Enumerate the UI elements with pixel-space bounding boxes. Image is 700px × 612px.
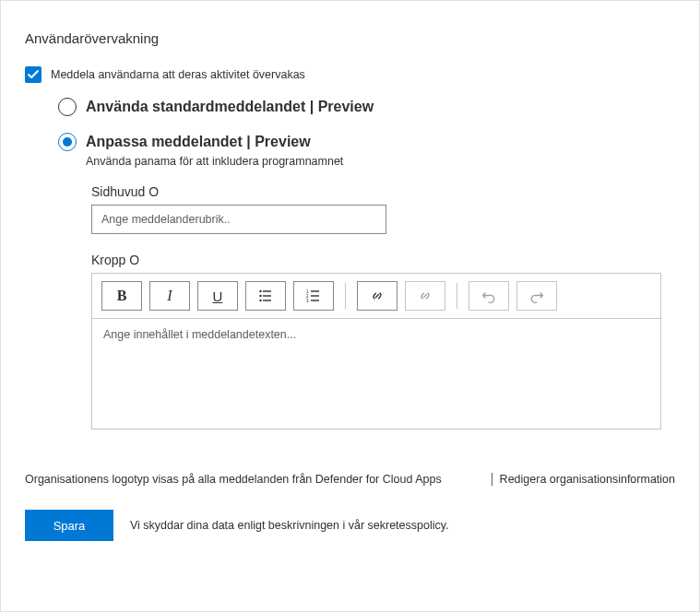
radio-standard-label: Använda standardmeddelandet | Preview (86, 99, 374, 115)
header-field-label: Sidhuvud O (91, 184, 675, 199)
numbered-list-icon: 123 (306, 288, 321, 303)
check-icon (28, 69, 39, 80)
edit-org-link[interactable]: Redigera organisationsinformation (492, 473, 675, 486)
svg-rect-7 (311, 290, 319, 291)
bullet-list-icon (258, 288, 273, 303)
notify-checkbox-label: Meddela användarna att deras aktivitet ö… (51, 68, 305, 81)
numbered-list-button[interactable]: 123 (293, 281, 334, 311)
bullet-list-button[interactable] (245, 281, 286, 311)
svg-rect-9 (311, 295, 319, 296)
body-textarea[interactable] (91, 319, 661, 430)
underline-icon: U (213, 288, 223, 304)
rich-text-toolbar: B I U 123 (91, 273, 661, 319)
link-button[interactable] (357, 281, 397, 311)
radio-standard[interactable] (58, 98, 77, 116)
radio-custom[interactable] (58, 133, 77, 151)
radio-custom-sublabel: Använda panama för att inkludera program… (86, 155, 675, 168)
radio-custom-label: Anpassa meddelandet | Preview (86, 134, 311, 150)
notify-checkbox-row[interactable]: Meddela användarna att deras aktivitet ö… (25, 66, 675, 83)
radio-custom-row[interactable]: Anpassa meddelandet | Preview (58, 133, 675, 151)
toolbar-divider (345, 283, 346, 309)
toolbar-divider-2 (457, 283, 457, 309)
radio-dot-icon (63, 137, 72, 147)
privacy-note: Vi skyddar dina data enligt beskrivninge… (130, 519, 449, 532)
header-input[interactable] (91, 205, 386, 234)
page-title: Användarövervakning (25, 30, 675, 46)
svg-text:3: 3 (306, 299, 309, 303)
svg-point-2 (259, 295, 261, 297)
notify-checkbox[interactable] (25, 66, 42, 83)
redo-button[interactable] (516, 281, 557, 311)
redo-icon (529, 288, 544, 303)
user-monitoring-panel: Användarövervakning Meddela användarna a… (0, 0, 700, 612)
italic-button[interactable]: I (149, 281, 190, 311)
undo-icon (481, 288, 496, 303)
custom-message-form: Sidhuvud O Kropp O B I U 123 (91, 184, 675, 432)
body-field-label: Kropp O (91, 253, 675, 267)
svg-rect-3 (263, 295, 271, 296)
bold-button[interactable]: B (101, 281, 142, 311)
radio-standard-row[interactable]: Använda standardmeddelandet | Preview (58, 98, 675, 116)
underline-button[interactable]: U (197, 281, 238, 311)
italic-icon: I (167, 288, 172, 304)
svg-rect-5 (263, 300, 271, 300)
message-radio-group: Använda standardmeddelandet | Preview An… (58, 98, 675, 432)
footer-row: Organisationens logotyp visas på alla me… (25, 473, 675, 486)
unlink-icon (418, 288, 433, 303)
logo-note: Organisationens logotyp visas på alla me… (25, 473, 442, 486)
save-row: Spara Vi skyddar dina data enligt beskri… (25, 510, 675, 541)
svg-point-4 (259, 300, 261, 301)
svg-rect-11 (311, 300, 319, 300)
unlink-button[interactable] (405, 281, 445, 311)
svg-rect-1 (263, 290, 271, 291)
link-icon (370, 288, 385, 303)
svg-point-0 (259, 290, 261, 292)
save-button[interactable]: Spara (25, 510, 113, 541)
bold-icon: B (117, 288, 127, 304)
undo-button[interactable] (469, 281, 509, 311)
